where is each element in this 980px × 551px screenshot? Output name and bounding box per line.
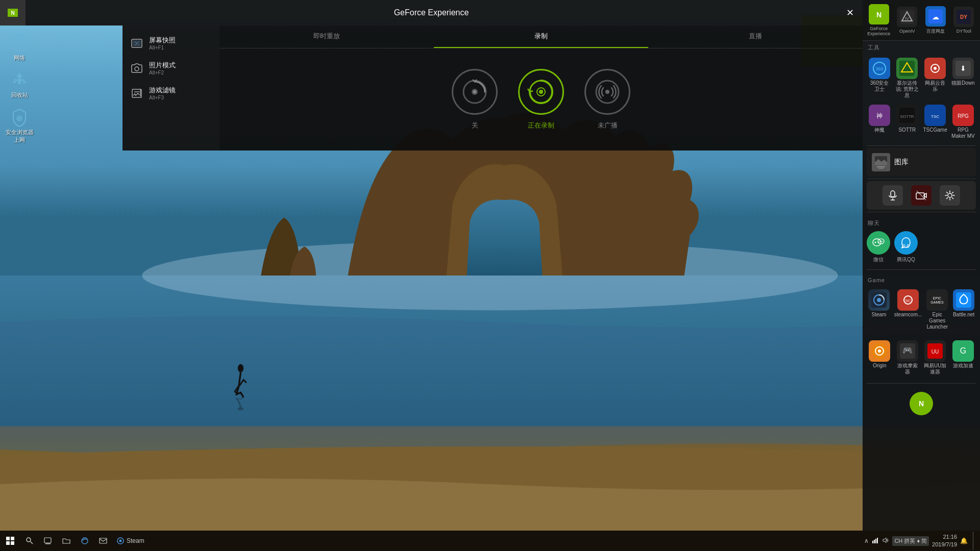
svg-text:UU: UU: [932, 349, 939, 355]
camera-button[interactable]: [911, 185, 932, 206]
svg-text:N: N: [919, 399, 924, 408]
steam-icon-item[interactable]: Steam: [867, 287, 891, 332]
panel-dytool-icon[interactable]: DY DYTool: [951, 2, 977, 39]
zelda-label: 塞尔达传说: 荒野之息: [895, 80, 919, 98]
panel-baidu-icon[interactable]: ☁ 百度网盘: [922, 2, 949, 39]
search-button[interactable]: [20, 532, 39, 550]
svg-rect-102: [874, 540, 875, 543]
wechat-icon-item[interactable]: 微信: [867, 231, 890, 263]
game-icons-grid-2: Origin 🎮 游戏摩索器 UU: [863, 336, 980, 379]
desktop-icon-vpn[interactable]: 安全浏览器 上网: [2, 105, 37, 146]
jiasuqi-label: 游戏加速: [953, 363, 973, 369]
epic-icon-item[interactable]: EPIC GAMES Epic Games Launcher: [925, 287, 949, 332]
tab-record[interactable]: 录制: [434, 26, 648, 48]
divider-1: [867, 145, 976, 146]
dytool-icon-label: DYTool: [957, 29, 971, 34]
panel-openlv-icon[interactable]: IV OpenIV: [894, 2, 921, 39]
overlay-content: 关 正在录制: [219, 48, 863, 151]
jiasuqi-icon-item[interactable]: G 游戏加速: [950, 338, 976, 377]
tab-instant-replay[interactable]: 即时重放: [219, 26, 434, 48]
ime-indicator[interactable]: CH 拼英 ♦ 简: [892, 536, 929, 546]
divider-2: [867, 179, 976, 179]
svg-text:G: G: [960, 346, 966, 355]
svg-rect-56: [891, 191, 895, 197]
svg-point-25: [605, 90, 609, 94]
instant-replay-item[interactable]: 关: [452, 69, 498, 130]
gfe-titlebar: N GeForce Experience ✕: [0, 0, 863, 26]
wyuu-label: 网易UU加速器: [923, 363, 947, 375]
panel-geforce-icon[interactable]: N GeForceExperience: [866, 2, 892, 39]
panel-icon-360[interactable]: 360 360安全卫士: [867, 56, 892, 101]
desktop-icon-network[interactable]: 网络: [2, 31, 37, 64]
tab-broadcast[interactable]: 直播: [648, 26, 863, 48]
close-button[interactable]: ✕: [837, 0, 863, 26]
file-explorer-button[interactable]: [57, 532, 76, 550]
chevron-up-icon[interactable]: ∧: [864, 537, 869, 544]
steam-taskbar-item[interactable]: Steam: [112, 535, 149, 547]
nvidia-bottom-icon[interactable]: N: [909, 390, 934, 417]
openlv-icon-img: IV: [897, 7, 917, 27]
overlay-left-menu: 屏幕快照 Alt+F1 照片模式 Alt+F2: [122, 26, 219, 151]
panel-icon-dldown[interactable]: ⬇ 猫眼Down: [950, 56, 976, 101]
svg-text:神: 神: [876, 112, 883, 119]
start-button[interactable]: [0, 531, 20, 551]
tool-icons-grid: 360 360安全卫士 塞尔达传说: 荒野之息 网易云: [863, 54, 980, 143]
steamcom-icon-item[interactable]: SC steamcom...: [893, 287, 923, 332]
notification-icon[interactable]: 🔔: [960, 537, 968, 544]
wechat-label: 微信: [873, 256, 884, 263]
task-view-button[interactable]: [39, 532, 57, 550]
svg-text:🎮: 🎮: [902, 345, 913, 355]
battlenet-icon-item[interactable]: Battle.net: [951, 287, 976, 332]
svg-rect-103: [875, 539, 876, 543]
panel-icon-shenmo[interactable]: 神 神魔: [867, 103, 892, 141]
settings-button[interactable]: [940, 185, 960, 206]
svg-point-93: [27, 538, 31, 542]
chat-section-label: 聊天: [863, 216, 980, 229]
svg-point-10: [16, 115, 22, 121]
system-clock[interactable]: 21:16 2019/7/19: [932, 533, 957, 549]
svg-rect-95: [44, 538, 51, 543]
svg-text:⬇: ⬇: [960, 64, 966, 72]
desktop-icon-recycle[interactable]: 回收站: [2, 68, 37, 101]
chat-section: 聊天 微信: [863, 214, 980, 267]
broadcast-item[interactable]: 未广播: [584, 69, 630, 130]
taskbar: Steam ∧ CH 拼英 ♦ 简: [0, 531, 980, 551]
svg-rect-55: [878, 168, 884, 169]
rpgmv-label: RPG Maker MV: [951, 127, 975, 139]
gallery-icon: [872, 153, 890, 171]
zelda-icon: [896, 58, 918, 79]
record-item[interactable]: 正在录制: [518, 69, 564, 130]
origin-icon-item[interactable]: Origin: [867, 338, 893, 377]
panel-icon-zelda[interactable]: 塞尔达传说: 荒野之息: [894, 56, 920, 101]
sottr-label: SOTTR: [898, 127, 916, 133]
panel-icon-rpgmv[interactable]: RPG RPG Maker MV: [950, 103, 976, 141]
qq-icon-item[interactable]: 腾讯QQ: [894, 231, 918, 263]
screenshot-text: 屏幕快照 Alt+F1: [149, 36, 212, 51]
network-tray-icon[interactable]: [872, 537, 879, 545]
360-label: 360安全卫士: [868, 80, 891, 92]
panel-icon-wymusic[interactable]: 网易云音乐: [922, 56, 948, 101]
panel-icon-sottr[interactable]: SOTTR SOTTR: [894, 103, 920, 141]
svg-rect-98: [100, 538, 107, 543]
gallery-section[interactable]: 图库: [867, 148, 976, 177]
svg-rect-89: [6, 537, 10, 540]
filter-menu-item[interactable]: 游戏滤镜 Alt+F3: [122, 81, 219, 106]
photo-mode-menu-item[interactable]: 照片模式 Alt+F2: [122, 56, 219, 81]
photo-mode-icon: [130, 61, 144, 76]
svg-text:☁: ☁: [932, 13, 939, 21]
photo-mode-text: 照片模式 Alt+F2: [149, 61, 212, 76]
yxproxy-icon-item[interactable]: 🎮 游戏摩索器: [895, 338, 921, 377]
wyuu-icon-item[interactable]: UU 网易UU加速器: [922, 338, 948, 377]
show-desktop-button[interactable]: [973, 532, 976, 550]
dldown-icon: ⬇: [952, 58, 974, 79]
screenshot-menu-item[interactable]: 屏幕快照 Alt+F1: [122, 31, 219, 56]
panel-icon-tscgame[interactable]: TSC TSCGame: [922, 103, 948, 141]
svg-rect-75: [929, 292, 945, 308]
360-icon: 360: [869, 58, 890, 79]
mail-button[interactable]: [94, 532, 112, 550]
geforce-icon-img: N: [869, 4, 889, 24]
edge-button[interactable]: [76, 532, 94, 550]
filter-icon: [130, 86, 144, 101]
volume-icon[interactable]: [882, 537, 889, 545]
mic-button[interactable]: [883, 185, 903, 206]
